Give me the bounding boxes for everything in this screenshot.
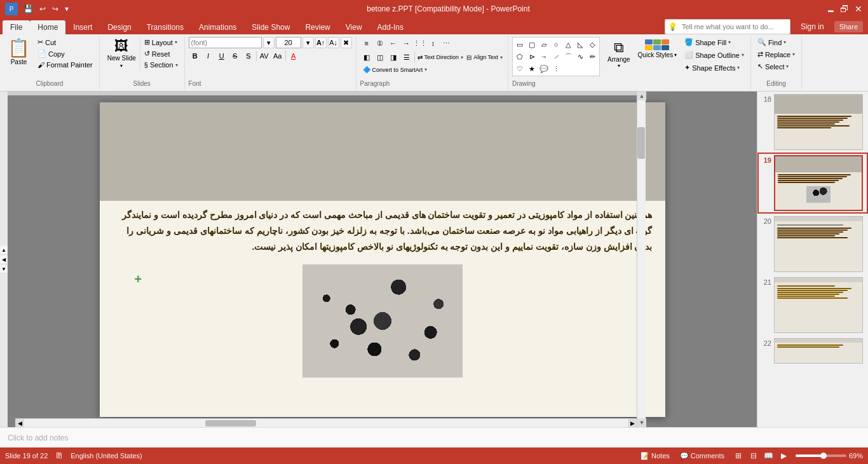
change-case-button[interactable]: Aa xyxy=(271,50,284,62)
tell-me-input[interactable] xyxy=(679,20,787,34)
new-slide-button[interactable]: 🖼 New Slide ▾ xyxy=(104,37,140,71)
justify-button[interactable]: ☰ xyxy=(400,51,413,64)
tab-animations[interactable]: Animations xyxy=(191,20,244,34)
tab-addins[interactable]: Add-Ins xyxy=(370,20,411,34)
strikethrough-button[interactable]: S xyxy=(229,50,241,62)
rtriangle-button[interactable]: ◺ xyxy=(574,39,586,50)
customize-quick-access-button[interactable]: ▾ xyxy=(63,3,71,15)
shadow-button[interactable]: S xyxy=(242,50,255,62)
paste-button[interactable]: 📋 Paste xyxy=(4,37,34,68)
rounded-rect-button[interactable]: ▢ xyxy=(526,39,538,50)
increase-indent-button[interactable]: → xyxy=(400,37,413,50)
font-name-input[interactable] xyxy=(189,37,262,48)
italic-button[interactable]: I xyxy=(202,50,215,62)
pentagon-button[interactable]: ⬠ xyxy=(514,51,526,62)
sign-in-button[interactable]: Sign in xyxy=(796,20,829,33)
layout-button[interactable]: ⊞ Layout ▾ xyxy=(142,37,180,48)
tab-file[interactable]: File xyxy=(3,20,30,34)
replace-button[interactable]: ⇄ Replace ▾ xyxy=(755,49,797,60)
chevron-shape-button[interactable]: ⊳ xyxy=(526,51,538,62)
horizontal-scrollbar[interactable]: ◀ ▶ xyxy=(15,418,637,427)
diamond-button[interactable]: ◇ xyxy=(587,39,598,50)
align-center-button[interactable]: ◫ xyxy=(374,51,386,64)
notes-area[interactable]: Click to add notes xyxy=(0,427,868,447)
scroll-left-button[interactable]: ◀ xyxy=(15,419,24,427)
nav-next-button[interactable]: ▼ xyxy=(0,265,8,273)
snip-rect-button[interactable]: ▱ xyxy=(538,39,550,50)
redo-button[interactable]: ↪ xyxy=(50,3,60,15)
tell-me-box[interactable]: 💡 xyxy=(665,19,790,34)
restore-button[interactable]: 🗗 xyxy=(840,4,849,13)
find-button[interactable]: 🔍 Find ▾ xyxy=(755,37,789,48)
notes-button[interactable]: 📝 Notes xyxy=(638,451,672,461)
nav-prev-button[interactable]: ◀ xyxy=(0,256,8,263)
copy-button[interactable]: 📄 Copy xyxy=(35,48,95,59)
align-left-button[interactable]: ◧ xyxy=(360,51,373,64)
smartart-cols-button[interactable]: ⋮⋮ xyxy=(414,37,426,50)
more-para-button[interactable]: ⋯ xyxy=(440,37,453,50)
undo-button[interactable]: ↩ xyxy=(37,3,48,15)
scroll-up-button[interactable]: ▲ xyxy=(637,92,646,100)
thumb-item-21[interactable]: 21 xyxy=(757,275,868,336)
section-button[interactable]: § Section ▾ xyxy=(142,60,180,70)
arc-button[interactable]: ⌒ xyxy=(562,51,574,62)
line-button[interactable]: ⟋ xyxy=(550,51,562,62)
close-button[interactable]: ✕ xyxy=(854,4,863,13)
thumb-item-20[interactable]: 20 xyxy=(757,214,868,275)
tab-design[interactable]: Design xyxy=(100,20,139,34)
arrange-button[interactable]: ⧉ Arrange ▾ xyxy=(604,37,634,71)
tab-slideshow[interactable]: Slide Show xyxy=(244,20,297,34)
numbering-button[interactable]: ① xyxy=(374,37,386,50)
triangle-button[interactable]: △ xyxy=(562,39,574,50)
underline-button[interactable]: U xyxy=(215,50,228,62)
callout-button[interactable]: 💬 xyxy=(538,63,550,74)
reset-button[interactable]: ↺ Reset xyxy=(142,48,180,59)
tab-home[interactable]: Home xyxy=(30,20,65,34)
align-text-button[interactable]: ⊟ Align Text ▾ xyxy=(465,51,504,64)
heart-button[interactable]: ♡ xyxy=(514,63,526,74)
increase-font-size-button[interactable]: A↑ xyxy=(315,37,327,48)
zoom-thumb[interactable] xyxy=(820,453,827,459)
select-button[interactable]: ↖ Select ▾ xyxy=(755,61,792,72)
zoom-slider[interactable]: 69% xyxy=(796,452,863,460)
reading-view-button[interactable]: 📖 xyxy=(763,449,775,462)
rect-shape-button[interactable]: ▭ xyxy=(514,39,526,50)
normal-view-button[interactable]: ⊞ xyxy=(732,449,745,462)
font-size-input[interactable] xyxy=(276,37,301,48)
font-size-dropdown[interactable]: ▾ xyxy=(302,37,314,48)
shape-fill-button[interactable]: 🪣 Shape Fill ▾ xyxy=(682,37,747,48)
decrease-font-size-button[interactable]: A↓ xyxy=(328,37,339,48)
font-name-dropdown[interactable]: ▾ xyxy=(263,37,275,48)
text-direction-button[interactable]: ⇄ Text Direction ▾ xyxy=(416,51,465,64)
shape-outline-button[interactable]: ⬜ Shape Outline ▾ xyxy=(682,50,747,60)
quick-styles-button[interactable]: Quick Styles ▾ xyxy=(635,37,680,61)
tab-transitions[interactable]: Transitions xyxy=(139,20,191,34)
scroll-right-button[interactable]: ▶ xyxy=(628,419,637,427)
freeform-button[interactable]: ✏ xyxy=(587,51,598,62)
nav-up-button[interactable]: ▲ xyxy=(0,246,8,254)
tab-insert[interactable]: Insert xyxy=(65,20,100,34)
scroll-thumb[interactable] xyxy=(637,127,645,159)
oval-button[interactable]: ○ xyxy=(550,39,562,50)
clear-formatting-button[interactable]: ✖ xyxy=(341,37,352,48)
convert-smartart-button[interactable]: 🔷 Convert to SmartArt ▾ xyxy=(360,65,430,74)
bullets-button[interactable]: ≡ xyxy=(360,37,373,50)
comments-button[interactable]: 💬 Comments xyxy=(677,451,727,461)
slide-canvas[interactable]: همچنین استفاده از مواد کامپوزیتی در تعمی… xyxy=(100,102,665,417)
slide-sorter-button[interactable]: ⊟ xyxy=(747,449,760,462)
slideshow-button[interactable]: ▶ xyxy=(778,449,790,462)
char-spacing-button[interactable]: AV xyxy=(258,50,271,62)
save-button[interactable]: 💾 xyxy=(22,3,35,15)
vertical-scrollbar[interactable]: ▲ ▼ xyxy=(637,92,646,427)
wave-button[interactable]: ∿ xyxy=(574,51,586,62)
arrow-button[interactable]: → xyxy=(538,51,550,62)
cut-button[interactable]: ✂ Cut xyxy=(35,37,95,48)
minimize-button[interactable]: 🗕 xyxy=(826,4,835,13)
format-painter-button[interactable]: 🖌 Format Painter xyxy=(35,60,95,70)
tab-view[interactable]: View xyxy=(338,20,370,34)
scroll-down-button[interactable]: ▼ xyxy=(637,418,646,427)
more-shapes-button[interactable]: ⋮ xyxy=(550,63,562,74)
thumb-item-22[interactable]: 22 xyxy=(757,336,868,364)
slide-arabic-text[interactable]: همچنین استفاده از مواد کامپوزیتی در تعمی… xyxy=(112,207,653,256)
star-button[interactable]: ★ xyxy=(526,63,538,74)
